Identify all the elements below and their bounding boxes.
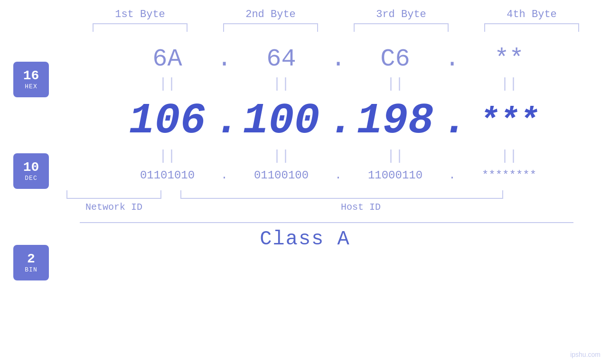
bin-badge-label: BIN [25, 266, 37, 273]
class-row: Class A [0, 222, 610, 251]
bin-row: 01101010 . 01100100 . 11000110 . *******… [0, 169, 610, 182]
hex-val-2: 64 [234, 45, 329, 73]
class-label: Class A [260, 228, 350, 251]
equals-row-1: || || || || [0, 76, 610, 92]
bin-val-4: ******** [462, 169, 557, 182]
bracket-1 [93, 23, 188, 32]
main-container: 1st Byte 2nd Byte 3rd Byte 4th Byte 16 H… [0, 0, 610, 364]
dec-badge: 10 DEC [13, 153, 49, 189]
eq-1-3: || [348, 76, 443, 92]
hex-val-3: C6 [348, 45, 443, 73]
base-badges: 16 HEX 10 DEC 2 BIN [13, 62, 49, 280]
network-id-label: Network ID [66, 202, 161, 213]
hex-badge-label: HEX [25, 83, 37, 90]
dec-badge-num: 10 [23, 160, 39, 175]
bracket-4 [484, 23, 579, 32]
eq-2-4: || [462, 148, 557, 164]
dec-val-4: *** [462, 103, 557, 140]
bin-badge-num: 2 [27, 252, 35, 267]
watermark: ipshu.com [570, 351, 601, 358]
label-gap [161, 202, 180, 213]
network-id-bracket [66, 190, 161, 199]
eq-2-3: || [348, 148, 443, 164]
hex-dot-3: . [443, 45, 462, 73]
dec-dot-3: . [443, 97, 462, 145]
bottom-brackets-container [66, 190, 589, 199]
bracket-2 [223, 23, 318, 32]
bin-val-3: 11000110 [348, 169, 443, 182]
bottom-section: Network ID Host ID [0, 190, 610, 213]
bracket-gap [161, 190, 180, 199]
equals-row-2: || || || || [0, 148, 610, 164]
hex-val-1: 6A [120, 45, 215, 73]
eq-1-2: || [234, 76, 329, 92]
bin-val-1: 01101010 [120, 169, 215, 182]
bin-dot-3: . [443, 169, 462, 182]
bin-dot-1: . [215, 169, 234, 182]
dec-badge-label: DEC [25, 175, 37, 182]
bin-dot-2: . [329, 169, 348, 182]
byte-labels-row: 1st Byte 2nd Byte 3rd Byte 4th Byte [75, 9, 597, 20]
dec-dot-2: . [329, 97, 348, 145]
eq-2-2: || [234, 148, 329, 164]
byte-label-4: 4th Byte [484, 9, 579, 20]
bottom-labels: Network ID Host ID [66, 202, 589, 213]
dec-val-1: 106 [120, 97, 215, 145]
bin-val-2: 01100100 [234, 169, 329, 182]
hex-badge: 16 HEX [13, 62, 49, 97]
hex-val-4: ** [462, 45, 557, 73]
host-id-label: Host ID [199, 202, 522, 213]
class-bracket-line [80, 222, 573, 223]
host-id-bracket [180, 190, 503, 199]
byte-label-2: 2nd Byte [223, 9, 318, 20]
dec-val-2: 100 [234, 97, 329, 145]
top-brackets [75, 23, 597, 32]
eq-1-1: || [120, 76, 215, 92]
hex-row: 6A . 64 . C6 . ** [0, 45, 610, 73]
dec-dot-1: . [215, 97, 234, 145]
byte-label-3: 3rd Byte [354, 9, 449, 20]
dec-val-3: 198 [348, 97, 443, 145]
byte-label-1: 1st Byte [93, 9, 188, 20]
hex-dot-1: . [215, 45, 234, 73]
dec-row: 106 . 100 . 198 . *** [0, 97, 610, 145]
eq-1-4: || [462, 76, 557, 92]
hex-dot-2: . [329, 45, 348, 73]
bin-badge: 2 BIN [13, 245, 49, 280]
hex-badge-num: 16 [23, 69, 39, 84]
eq-2-1: || [120, 148, 215, 164]
bracket-3 [354, 23, 449, 32]
